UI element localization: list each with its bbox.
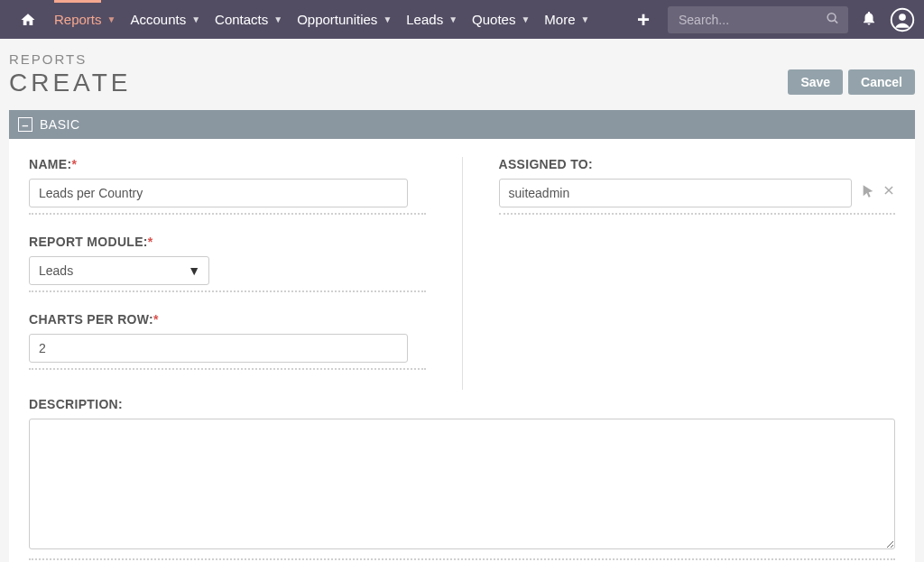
dotted-divider xyxy=(499,213,896,215)
search-icon[interactable] xyxy=(826,11,839,28)
plus-icon[interactable]: + xyxy=(632,7,655,32)
assigned-to-wrap xyxy=(499,179,896,207)
report-module-select-wrap: Leads ▼ xyxy=(29,256,209,285)
panel-header: – BASIC xyxy=(9,110,915,139)
chevron-down-icon: ▼ xyxy=(521,14,530,24)
page-header: REPORTS CREATE Save Cancel xyxy=(0,39,924,105)
chevron-down-icon: ▼ xyxy=(581,14,590,24)
chevron-down-icon: ▼ xyxy=(383,14,392,24)
page-titles: REPORTS CREATE xyxy=(9,51,132,97)
dotted-divider xyxy=(29,290,426,292)
nav-label: Contacts xyxy=(215,12,268,27)
dotted-divider xyxy=(29,213,426,215)
dotted-divider xyxy=(29,368,426,370)
nav-quotes[interactable]: Quotes ▼ xyxy=(465,0,537,39)
name-group: NAME:* xyxy=(29,157,426,215)
name-input[interactable] xyxy=(29,179,408,207)
nav-right: + xyxy=(632,6,915,33)
save-button[interactable]: Save xyxy=(788,69,843,95)
search-wrapper xyxy=(668,6,848,33)
home-icon[interactable] xyxy=(9,12,47,28)
chevron-down-icon: ▼ xyxy=(448,14,457,24)
svg-point-3 xyxy=(899,14,906,21)
report-module-group: REPORT MODULE:* Leads ▼ xyxy=(29,235,426,292)
assigned-to-group: ASSIGNED TO: xyxy=(499,157,896,215)
chevron-down-icon: ▼ xyxy=(107,14,116,24)
top-navbar: Reports ▼ Accounts ▼ Contacts ▼ Opportun… xyxy=(0,0,924,39)
nav-accounts[interactable]: Accounts ▼ xyxy=(123,0,208,39)
nav-label: Accounts xyxy=(130,12,186,27)
report-module-select[interactable]: Leads xyxy=(29,256,209,285)
required-star: * xyxy=(71,157,77,171)
collapse-toggle[interactable]: – xyxy=(18,117,32,132)
search-input[interactable] xyxy=(668,6,848,33)
required-star: * xyxy=(148,235,153,249)
dotted-divider xyxy=(29,558,895,560)
nav-contacts[interactable]: Contacts ▼ xyxy=(208,0,290,39)
panel-title: BASIC xyxy=(40,117,80,132)
assigned-to-input[interactable] xyxy=(499,179,853,207)
required-star: * xyxy=(153,312,159,327)
header-buttons: Save Cancel xyxy=(788,69,915,95)
assigned-to-label: ASSIGNED TO: xyxy=(499,157,896,171)
svg-point-0 xyxy=(827,13,836,21)
chevron-down-icon: ▼ xyxy=(273,14,282,24)
module-name: REPORTS xyxy=(9,51,132,67)
nav-leads[interactable]: Leads ▼ xyxy=(399,0,465,39)
avatar-icon[interactable] xyxy=(890,7,915,32)
nav-label: More xyxy=(544,12,575,27)
form-row-1: NAME:* REPORT MODULE:* Leads ▼ xyxy=(29,157,895,390)
description-textarea[interactable] xyxy=(29,419,895,549)
panel-body: NAME:* REPORT MODULE:* Leads ▼ xyxy=(9,139,915,562)
page-title: CREATE xyxy=(9,69,132,97)
nav-label: Quotes xyxy=(472,12,515,27)
nav-more[interactable]: More ▼ xyxy=(537,0,596,39)
report-module-label: REPORT MODULE:* xyxy=(29,235,426,249)
cancel-button[interactable]: Cancel xyxy=(848,69,915,95)
name-label: NAME:* xyxy=(29,157,426,171)
bell-icon[interactable] xyxy=(861,10,877,30)
description-group: DESCRIPTION: xyxy=(29,397,895,560)
charts-per-row-label: CHARTS PER ROW:* xyxy=(29,312,426,327)
charts-per-row-input[interactable] xyxy=(29,334,408,363)
nav-label: Opportunities xyxy=(297,12,377,27)
clear-icon[interactable] xyxy=(882,184,895,202)
charts-per-row-group: CHARTS PER ROW:* xyxy=(29,312,426,370)
basic-panel: – BASIC NAME:* REPORT MODULE:* xyxy=(9,110,915,562)
nav-items: Reports ▼ Accounts ▼ Contacts ▼ Opportun… xyxy=(47,0,632,39)
form-col-right: ASSIGNED TO: xyxy=(463,157,896,390)
nav-label: Leads xyxy=(406,12,443,27)
description-label: DESCRIPTION: xyxy=(29,397,895,411)
svg-line-1 xyxy=(835,20,837,23)
nav-reports[interactable]: Reports ▼ xyxy=(47,0,123,39)
chevron-down-icon: ▼ xyxy=(191,14,200,24)
form-col-left: NAME:* REPORT MODULE:* Leads ▼ xyxy=(29,157,463,390)
cursor-icon[interactable] xyxy=(861,184,875,202)
description-section: DESCRIPTION: xyxy=(29,397,895,560)
assigned-icons xyxy=(861,184,895,202)
nav-opportunities[interactable]: Opportunities ▼ xyxy=(290,0,399,39)
nav-label: Reports xyxy=(54,12,102,27)
